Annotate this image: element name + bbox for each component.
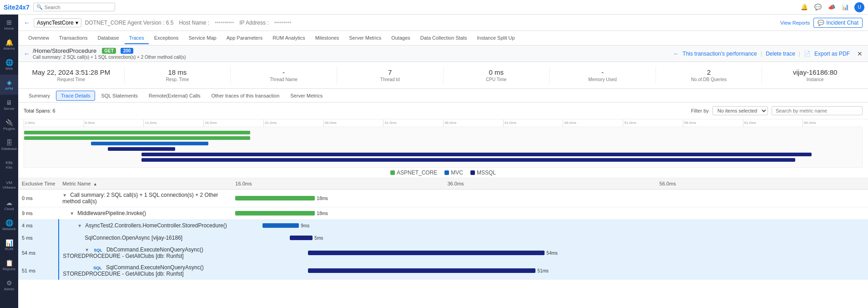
span-bar (290, 236, 313, 240)
expand-icon[interactable]: ▼ (77, 223, 82, 228)
sidebar-item-server[interactable]: 🖥 Server (0, 95, 18, 115)
sub-tab-other-traces[interactable]: Other traces of this transaction (206, 91, 284, 101)
sidebar-label-reports: Reports (3, 267, 15, 271)
sidebar-item-plugins[interactable]: 🔌 Plugins (0, 115, 18, 135)
sidebar-item-rum[interactable]: 📊 RUM (0, 235, 18, 255)
sidebar: ⊞ Home 🔔 Alarms 🌐 Web ◈ APM 🖥 Server 🔌 P… (0, 15, 18, 308)
ip-value: ••••••••• (274, 20, 292, 26)
exclusive-time-cell: 0 ms (18, 190, 59, 207)
back-button[interactable]: ← (24, 19, 30, 26)
sidebar-item-apm[interactable]: ◈ APM (0, 75, 18, 95)
legend-aspnet: ASPNET_CORE (390, 169, 437, 176)
host-value: •••••••••• (215, 20, 234, 26)
th-metric-name[interactable]: Metric Name ▲ (59, 178, 232, 190)
sidebar-item-reports[interactable]: 📋 Reports (0, 255, 18, 275)
legend-mssql: MSSQL (470, 169, 496, 176)
activity-icon[interactable]: 📊 (841, 3, 850, 12)
sub-tab-sql-statements[interactable]: SQL Statements (96, 91, 142, 101)
timeline-bar-1 (24, 131, 250, 134)
table-row: 9 ms ▼ MiddlewarePipeline.Invoke() 18ms (18, 207, 868, 220)
sub-tab-trace-details[interactable]: Trace Details (56, 91, 95, 101)
span-bar-label: 18ms (317, 196, 328, 201)
stat-memory-used: - Memory Used (550, 67, 656, 84)
search-box[interactable]: 🔍 (33, 3, 115, 11)
legend-label-mssql: MSSQL (477, 169, 496, 176)
megaphone-icon[interactable]: 📣 (827, 3, 836, 12)
indent-spacer (63, 222, 77, 229)
tab-overview[interactable]: Overview (24, 32, 54, 44)
expand-icon[interactable]: ▼ (62, 193, 67, 198)
dropdown-chevron-icon: ▾ (76, 20, 78, 26)
search-metric-input[interactable] (772, 106, 863, 115)
tab-server-metrics[interactable]: Server Metrics (344, 32, 386, 44)
export-pdf-link[interactable]: Export as PDF (814, 51, 850, 57)
avatar[interactable]: U (854, 2, 864, 12)
delete-trace-link[interactable]: Delete trace (766, 51, 795, 57)
tab-milestones[interactable]: Milestones (311, 32, 344, 44)
timeline-visualization (24, 127, 863, 168)
sql-tag: SQL (92, 248, 104, 252)
bell-icon[interactable]: 🔔 (800, 3, 809, 12)
sub-tab-remote-calls[interactable]: Remote(External) Calls (144, 91, 206, 101)
breadcrumb-content: /Home/StoredProcedure GET 200 Call summa… (33, 47, 186, 60)
ruler-tick-1: 1.0ms (24, 119, 84, 127)
stat-resp-time: 18 ms Resp. Time (125, 67, 231, 84)
sidebar-item-database[interactable]: 🗄 Database (0, 135, 18, 155)
incident-chat-button[interactable]: 💬 Incident Chat (813, 18, 863, 28)
tab-rum-analytics[interactable]: RUM Analytics (268, 32, 310, 44)
sidebar-item-web[interactable]: 🌐 Web (0, 55, 18, 75)
export-pdf-icon: 📄 (804, 51, 811, 57)
app-name-dropdown[interactable]: AsyncTestCore ▾ (34, 18, 81, 27)
sidebar-item-k8s[interactable]: K8s K8s (0, 155, 18, 175)
ruler-tick-14: 66.0ms (802, 119, 863, 127)
tab-traces[interactable]: Traces (125, 32, 149, 44)
transaction-perf-link[interactable]: This transaction's performance (682, 51, 757, 57)
close-button[interactable]: ✕ (857, 50, 863, 57)
ruler-tick-5: 21.0ms (263, 119, 323, 127)
tab-service-map[interactable]: Service Map (184, 32, 221, 44)
web-icon: 🌐 (5, 59, 13, 66)
metric-name-cell: SQL SqlCommand.ExecuteNonQueryAsync() ST… (59, 262, 232, 280)
legend-dot-aspnet (390, 170, 395, 175)
sidebar-item-home[interactable]: ⊞ Home (0, 15, 18, 35)
sidebar-item-alarms[interactable]: 🔔 Alarms (0, 35, 18, 55)
sub-tab-summary[interactable]: Summary (24, 91, 55, 101)
sidebar-item-network[interactable]: 🌐 Network (0, 215, 18, 235)
tab-exceptions[interactable]: Exceptions (150, 32, 183, 44)
separator-2: | (799, 51, 800, 57)
plugins-icon: 🔌 (5, 119, 13, 126)
metric-name-cell: SqlConnection.OpenAsync [vijay-16186] (59, 232, 232, 244)
sidebar-item-cloud[interactable]: ☁ Cloud (0, 195, 18, 215)
stat-cpu-time: 0 ms CPU Time (444, 67, 550, 84)
breadcrumb-back-button[interactable]: ← (24, 50, 30, 57)
expand-icon[interactable]: ▼ (85, 247, 89, 252)
th-36ms: 36.0ms (444, 178, 656, 190)
tab-app-parameters[interactable]: App Parameters (222, 32, 267, 44)
expand-icon[interactable]: ▼ (70, 211, 74, 216)
tab-data-collection[interactable]: Data Collection Stats (416, 32, 472, 44)
sidebar-label-home: Home (4, 27, 14, 31)
timeline-bar-2 (24, 136, 250, 140)
table-row: 5 ms SqlConnection.OpenAsync [vijay-1618… (18, 232, 868, 244)
view-reports-button[interactable]: View Reports (780, 20, 810, 26)
tab-outages[interactable]: Outages (387, 32, 415, 44)
app-header: ← AsyncTestCore ▾ DOTNET_CORE Agent Vers… (18, 15, 868, 31)
sidebar-item-vmware[interactable]: VM VMware (0, 175, 18, 195)
tab-instance-split[interactable]: Instance Split Up (472, 32, 519, 44)
table-row: 0 ms ▼ Call summary: 2 SQL call(s) + 1 S… (18, 190, 868, 207)
filter-select[interactable]: No items selected (712, 106, 768, 115)
legend-label-mvc: MVC (451, 169, 463, 176)
tab-database[interactable]: Database (93, 32, 123, 44)
timeline-area: 1.0ms 6.0ms 11.0ms 16.0ms 21.0ms 26.0ms … (18, 119, 868, 178)
ruler-tick-9: 41.0ms (503, 119, 563, 127)
sub-tab-server-metrics[interactable]: Server Metrics (285, 91, 328, 101)
span-bar (308, 251, 545, 255)
header-right: View Reports 💬 Incident Chat (780, 18, 863, 28)
tab-transactions[interactable]: Transactions (55, 32, 92, 44)
legend-dot-mssql (470, 170, 475, 175)
search-input[interactable] (45, 5, 108, 10)
breadcrumb-subtitle: Call summary: 2 SQL call(s) + 1 SQL conn… (33, 55, 186, 60)
chat-icon[interactable]: 💬 (813, 3, 823, 12)
trace-toolbar: Total Spans: 6 Filter by No items select… (18, 103, 868, 119)
sidebar-item-admin[interactable]: ⚙ Admin (0, 275, 18, 295)
